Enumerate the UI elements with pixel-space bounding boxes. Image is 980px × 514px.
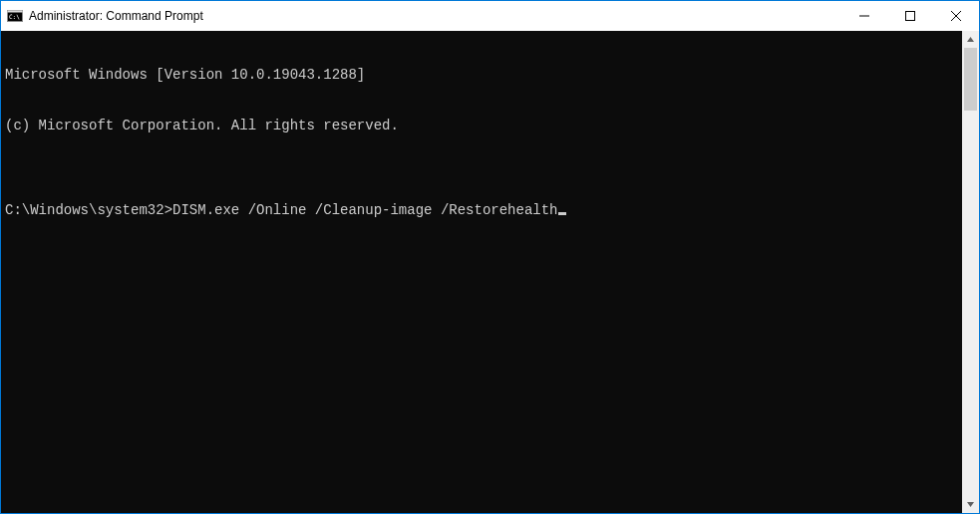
vertical-scrollbar[interactable] — [962, 31, 979, 513]
maximize-button[interactable] — [887, 1, 933, 31]
titlebar[interactable]: C:\ Administrator: Command Prompt — [1, 1, 979, 31]
cursor-icon — [558, 212, 566, 215]
terminal-line: Microsoft Windows [Version 10.0.19043.12… — [5, 67, 962, 84]
close-button[interactable] — [933, 1, 979, 31]
scroll-track[interactable] — [962, 48, 979, 496]
svg-rect-3 — [906, 12, 915, 21]
prompt-text: C:\Windows\system32> — [5, 202, 172, 218]
cmd-icon: C:\ — [7, 8, 23, 24]
svg-text:C:\: C:\ — [9, 13, 20, 20]
scroll-down-button[interactable] — [962, 496, 979, 513]
terminal-output[interactable]: Microsoft Windows [Version 10.0.19043.12… — [1, 31, 962, 513]
window-title: Administrator: Command Prompt — [29, 9, 203, 23]
command-text: DISM.exe /Online /Cleanup-image /Restore… — [172, 202, 557, 218]
command-prompt-window: C:\ Administrator: Command Prompt Micros… — [0, 0, 980, 514]
scroll-up-button[interactable] — [962, 31, 979, 48]
scroll-thumb[interactable] — [964, 48, 977, 111]
terminal-line: (c) Microsoft Corporation. All rights re… — [5, 118, 962, 134]
client-area: Microsoft Windows [Version 10.0.19043.12… — [1, 31, 979, 513]
terminal-prompt-line: C:\Windows\system32>DISM.exe /Online /Cl… — [5, 202, 962, 219]
minimize-button[interactable] — [841, 1, 887, 31]
